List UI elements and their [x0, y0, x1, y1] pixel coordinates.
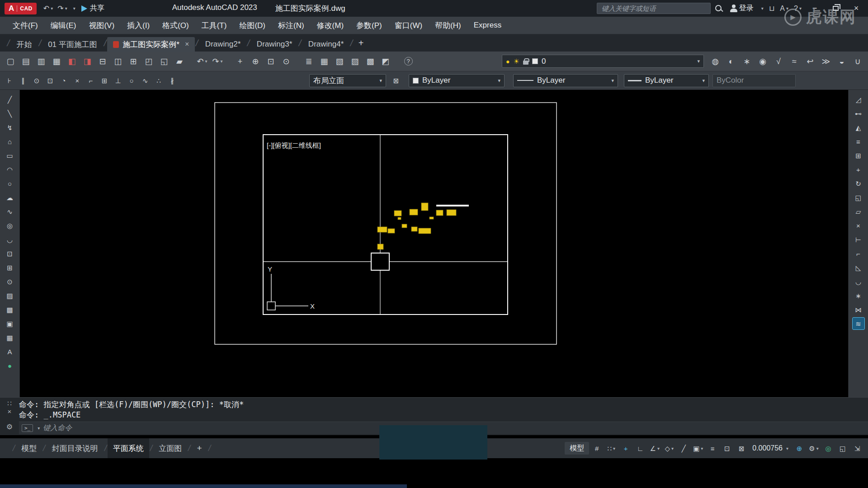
- array-button[interactable]: ⊞: [853, 150, 864, 161]
- menu-dimension[interactable]: 标注(N): [272, 17, 311, 34]
- zoom-previous-button[interactable]: ⊙: [279, 55, 293, 68]
- region-button[interactable]: ▣: [4, 318, 16, 329]
- file-tab-01-plan[interactable]: 01 平面施工图: [42, 37, 103, 52]
- help-button[interactable]: ?: [401, 55, 415, 68]
- workspace-switching-button[interactable]: ⚙▾: [807, 442, 820, 455]
- snap-midpoint-button[interactable]: ∥: [17, 75, 29, 86]
- lineweight-dropdown[interactable]: ByLayer ▾: [624, 74, 709, 87]
- snap-nearest-button[interactable]: ∿: [139, 75, 151, 86]
- account-caret-icon[interactable]: ▾: [759, 2, 766, 15]
- circle-button[interactable]: ○: [4, 178, 16, 189]
- isodraft-button[interactable]: ◇▾: [663, 442, 675, 455]
- arc-button[interactable]: ◠: [4, 164, 16, 175]
- open-button[interactable]: ▤: [19, 55, 33, 68]
- layer-merge-button[interactable]: ∪: [851, 55, 864, 68]
- clean-screen-button[interactable]: ⇲: [851, 442, 863, 455]
- scale-button[interactable]: ◱: [853, 192, 864, 203]
- layout-tab-model[interactable]: 模型: [16, 438, 42, 458]
- ellipse-arc-button[interactable]: ◡: [4, 234, 16, 245]
- construction-line-button[interactable]: ╲: [4, 108, 16, 119]
- command-customize-icon[interactable]: ⚙: [6, 423, 13, 431]
- snap-insertion-button[interactable]: ⊞: [99, 75, 110, 86]
- layer-lock-button[interactable]: ◉: [756, 55, 769, 68]
- autodesk-app-button[interactable]: A▾: [778, 2, 791, 15]
- layer-off-button[interactable]: ◍: [708, 55, 722, 68]
- polyline-button[interactable]: ↯: [4, 122, 16, 133]
- snap-extension-button[interactable]: ⌐: [85, 75, 97, 86]
- layout-view-dropdown[interactable]: 布局立面 ▾: [309, 74, 386, 87]
- layer-isolate-button[interactable]: ◐: [724, 55, 738, 68]
- make-current-button[interactable]: √: [772, 55, 785, 68]
- viewport-lock-button[interactable]: ⊠: [390, 75, 402, 86]
- command-grip-icon[interactable]: ∷: [7, 400, 12, 407]
- infer-constraints-button[interactable]: +: [619, 442, 632, 455]
- menu-help[interactable]: 帮助(H): [429, 17, 467, 34]
- explode-button[interactable]: ∗: [853, 290, 864, 301]
- object-color-dropdown[interactable]: ByLayer ▾: [409, 74, 505, 87]
- point-button[interactable]: ⊙: [4, 276, 16, 287]
- undo-button[interactable]: ↶▾: [195, 55, 209, 68]
- menu-express[interactable]: Express: [467, 17, 508, 34]
- selection-cycling-button[interactable]: ⊡: [721, 442, 733, 455]
- quick-undo-button[interactable]: ↶▾: [41, 2, 55, 15]
- grid-display-button[interactable]: #: [590, 442, 603, 455]
- zoom-window-button[interactable]: ⊡: [264, 55, 278, 68]
- snap-intersection-button[interactable]: ×: [71, 75, 83, 86]
- tool-palettes-button[interactable]: ▨: [348, 55, 362, 68]
- line-button[interactable]: ╱: [4, 94, 16, 105]
- object-snap-button[interactable]: ▣▾: [692, 442, 704, 455]
- qsave-button[interactable]: ▥: [34, 55, 48, 68]
- file-tab-start[interactable]: 开始: [11, 37, 38, 52]
- plot-preview-button[interactable]: ◫: [111, 55, 125, 68]
- minimize-button[interactable]: −: [805, 2, 825, 15]
- properties-palette-button[interactable]: ▦: [317, 55, 331, 68]
- ortho-mode-button[interactable]: ∟: [634, 442, 646, 455]
- new-layout-button[interactable]: +: [191, 438, 207, 458]
- snap-tangent-button[interactable]: ○: [126, 75, 137, 86]
- menu-insert[interactable]: 插入(I): [121, 17, 156, 34]
- export-dwf-button[interactable]: ◧: [65, 55, 79, 68]
- paste-clip-button[interactable]: ◱: [157, 55, 171, 68]
- designcenter-button[interactable]: ▧: [333, 55, 346, 68]
- autocad-logo[interactable]: A CAD: [5, 3, 37, 14]
- menu-view[interactable]: 视图(V): [82, 17, 121, 34]
- gradient-button[interactable]: ▩: [4, 304, 16, 315]
- layout-tab-elevation[interactable]: 立面图: [153, 438, 187, 458]
- share-button[interactable]: 共享: [81, 4, 104, 13]
- export-dwfx-button[interactable]: ◨: [80, 55, 94, 68]
- markup-button[interactable]: ◩: [379, 55, 392, 68]
- recent-commands-button[interactable]: >_: [22, 424, 33, 432]
- layout-tab-cover-catalog[interactable]: 封面目录说明: [47, 438, 104, 458]
- search-button[interactable]: [712, 2, 726, 15]
- viewport-controls-label[interactable]: [-][俯视][二维线框]: [267, 141, 321, 149]
- rectangle-button[interactable]: ▭: [4, 150, 16, 161]
- vp-freeze-button[interactable]: ◒: [835, 55, 849, 68]
- snap-endpoint-button[interactable]: ⊦: [4, 75, 15, 86]
- lineweight-display-button[interactable]: ≡: [706, 442, 719, 455]
- drawing-canvas[interactable]: [-][俯视][二维线框] Y X: [20, 90, 848, 397]
- snap-perpendicular-button[interactable]: ⊥: [112, 75, 124, 86]
- viewport-border[interactable]: [263, 135, 508, 314]
- file-tab-drawing3[interactable]: Drawing3*: [251, 37, 298, 52]
- status-dot-button[interactable]: ●: [4, 360, 16, 371]
- close-tab-button[interactable]: ×: [185, 40, 189, 48]
- close-button[interactable]: ×: [846, 2, 866, 15]
- rotate-button[interactable]: ↻: [853, 178, 864, 189]
- command-input-placeholder[interactable]: 键入命令: [43, 423, 72, 433]
- layer-previous-button[interactable]: ↩: [803, 55, 817, 68]
- extend-button[interactable]: ⊢: [853, 234, 864, 245]
- polar-tracking-button[interactable]: ∠▾: [648, 442, 661, 455]
- layer-dropdown[interactable]: ● ☀ 0 ▾: [502, 55, 704, 68]
- command-close-button[interactable]: ×: [8, 408, 12, 415]
- plot-button[interactable]: ⊟: [96, 55, 109, 68]
- fillet-button[interactable]: ◡: [853, 276, 864, 287]
- snap-node-button[interactable]: ⊡: [44, 75, 56, 86]
- chamfer-button[interactable]: ◺: [853, 262, 864, 273]
- menu-modify[interactable]: 修改(M): [311, 17, 350, 34]
- qnew-button[interactable]: ▢: [4, 55, 17, 68]
- menu-edit[interactable]: 编辑(E): [44, 17, 83, 34]
- pan-button[interactable]: +: [233, 55, 247, 68]
- table-button[interactable]: ▦: [4, 332, 16, 343]
- menu-draw[interactable]: 绘图(D): [233, 17, 272, 34]
- move-button[interactable]: +: [853, 164, 864, 175]
